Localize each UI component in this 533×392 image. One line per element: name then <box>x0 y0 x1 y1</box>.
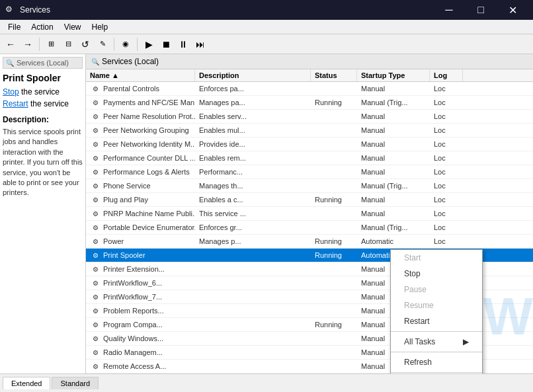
service-log-cell: Loc <box>430 194 463 205</box>
service-desc-cell <box>195 254 311 256</box>
description-title: Description: <box>3 115 83 124</box>
service-desc-cell: Enables mul... <box>195 125 311 136</box>
service-desc-cell <box>195 282 311 284</box>
right-panel: 🔍 Services (Local) Name ▲ Description St… <box>86 54 533 373</box>
service-startup-cell: Manual <box>357 83 430 94</box>
show-hide-button[interactable]: ⊟ <box>60 36 76 52</box>
toolbar: ← → ⊞ ⊟ ↺ ✎ ◉ ▶ ⏹ ⏸ ⏭ <box>0 34 533 54</box>
col-header-desc[interactable]: Description <box>195 69 311 81</box>
left-panel: 🔍 Services (Local) Print Spooler Stop th… <box>0 54 86 373</box>
service-log-cell: Loc <box>430 208 463 219</box>
toolbar-separator-2 <box>114 38 114 51</box>
col-header-startup[interactable]: Startup Type <box>357 69 430 81</box>
table-row[interactable]: ⚙ Phone Service Manages th... Manual (Tr… <box>86 179 533 193</box>
service-status-cell: Running <box>311 97 357 108</box>
service-status-cell <box>311 184 357 187</box>
forward-button[interactable]: → <box>20 36 36 52</box>
service-name-cell: ⚙ Performance Logs & Alerts <box>86 165 195 178</box>
service-desc-cell: Enforces gr... <box>195 222 311 233</box>
table-row[interactable]: ⚙ Portable Device Enumerator... Enforces… <box>86 221 533 235</box>
service-icon: ⚙ <box>90 97 101 108</box>
stop-button[interactable]: ⏹ <box>158 36 174 52</box>
service-icon: ⚙ <box>90 222 101 233</box>
context-menu: StartStopPauseResumeRestartAll Tasks▶Ref… <box>390 249 483 373</box>
table-row[interactable]: ⚙ Peer Networking Grouping Enables mul..… <box>86 124 533 137</box>
service-desc-cell: Performanc... <box>195 167 311 177</box>
service-name-cell: ⚙ Power <box>86 235 195 248</box>
pause-button[interactable]: ⏸ <box>175 36 191 52</box>
export-button[interactable]: ✎ <box>95 36 110 52</box>
service-desc-cell: Enables a c... <box>195 194 311 205</box>
table-header: Name ▲ Description Status Startup Type L… <box>86 69 533 82</box>
context-menu-item[interactable]: Refresh <box>391 354 482 370</box>
stop-action[interactable]: Stop the service <box>3 87 83 97</box>
service-name-cell: ⚙ PNRP Machine Name Publi... <box>86 207 195 220</box>
service-desc-cell <box>195 365 311 368</box>
description-text: This service spools print jobs and handl… <box>3 127 83 198</box>
menu-file[interactable]: File <box>3 21 26 33</box>
toolbar-separator-3 <box>137 38 138 51</box>
service-desc-cell <box>195 268 311 270</box>
tab-extended[interactable]: Extended <box>3 377 50 389</box>
service-icon: ⚙ <box>90 333 101 344</box>
table-row[interactable]: ⚙ Peer Networking Identity M... Provides… <box>86 137 533 151</box>
table-row[interactable]: ⚙ PNRP Machine Name Publi... This servic… <box>86 207 533 221</box>
service-name-cell: ⚙ Phone Service <box>86 179 195 192</box>
service-desc-cell: Manages p... <box>195 236 311 247</box>
context-menu-item[interactable]: Stop <box>391 266 482 282</box>
service-status-cell: Running <box>311 236 357 247</box>
service-name-cell: ⚙ Radio Managem... <box>86 346 195 359</box>
service-startup-cell: Manual (Trig... <box>357 222 430 233</box>
refresh-button[interactable]: ↺ <box>77 36 93 52</box>
service-name-cell: ⚙ Print Spooler <box>86 249 195 262</box>
right-panel-header: 🔍 Services (Local) <box>86 54 533 69</box>
back-button[interactable]: ← <box>3 36 19 52</box>
context-menu-item[interactable]: Restart <box>391 313 482 329</box>
col-header-status[interactable]: Status <box>311 69 357 81</box>
up-folder-button[interactable]: ⊞ <box>43 36 59 52</box>
table-row[interactable]: ⚙ Performance Counter DLL ... Enables re… <box>86 151 533 165</box>
service-log-cell: Loc <box>430 97 463 108</box>
restart-link[interactable]: Restart <box>3 99 28 108</box>
service-startup-cell: Manual <box>357 139 430 149</box>
service-status-cell: Running <box>311 319 357 330</box>
tab-standard[interactable]: Standard <box>52 377 99 389</box>
service-startup-cell: Manual <box>357 208 430 219</box>
toolbar-separator-1 <box>39 38 40 51</box>
service-icon: ⚙ <box>90 194 101 205</box>
menu-view[interactable]: View <box>59 21 87 33</box>
service-desc-cell <box>195 337 311 340</box>
properties-button[interactable]: ◉ <box>118 36 134 52</box>
table-row[interactable]: ⚙ Plug and Play Enables a c... Running M… <box>86 193 533 207</box>
table-row[interactable]: ⚙ Peer Name Resolution Prot... Enables s… <box>86 110 533 124</box>
context-menu-item[interactable]: All Tasks▶ <box>391 334 482 350</box>
col-header-log[interactable]: Log <box>430 69 463 81</box>
menu-bar: File Action View Help <box>0 20 533 34</box>
service-status-cell <box>311 115 357 118</box>
service-icon: ⚙ <box>90 83 101 94</box>
table-row[interactable]: ⚙ Power Manages p... Running Automatic L… <box>86 235 533 249</box>
service-icon: ⚙ <box>90 305 101 316</box>
service-startup-cell: Manual <box>357 125 430 136</box>
maximize-button[interactable]: □ <box>466 0 496 20</box>
service-name-cell: ⚙ Printer Extension... <box>86 262 195 276</box>
stop-link[interactable]: Stop <box>3 87 19 97</box>
service-startup-cell: Manual <box>357 153 430 163</box>
play-button[interactable]: ▶ <box>141 36 157 52</box>
menu-help[interactable]: Help <box>87 21 114 33</box>
menu-action[interactable]: Action <box>26 21 58 33</box>
service-status-cell <box>311 87 357 90</box>
table-row[interactable]: ⚙ Performance Logs & Alerts Performanc..… <box>86 165 533 179</box>
table-row[interactable]: ⚙ Parental Controls Enforces pa... Manua… <box>86 82 533 96</box>
service-status-cell <box>311 365 357 368</box>
close-button[interactable]: ✕ <box>497 0 528 20</box>
service-icon: ⚙ <box>90 111 101 122</box>
context-menu-separator <box>391 372 482 373</box>
restart-button[interactable]: ⏭ <box>192 36 208 52</box>
col-header-name[interactable]: Name ▲ <box>86 69 195 81</box>
service-icon: ⚙ <box>90 264 101 274</box>
table-row[interactable]: ⚙ Payments and NFC/SE Man... Manages pa.… <box>86 96 533 110</box>
restart-action[interactable]: Restart the service <box>3 99 83 108</box>
right-panel-title: Services (Local) <box>102 57 159 66</box>
minimize-button[interactable]: ─ <box>434 0 464 20</box>
